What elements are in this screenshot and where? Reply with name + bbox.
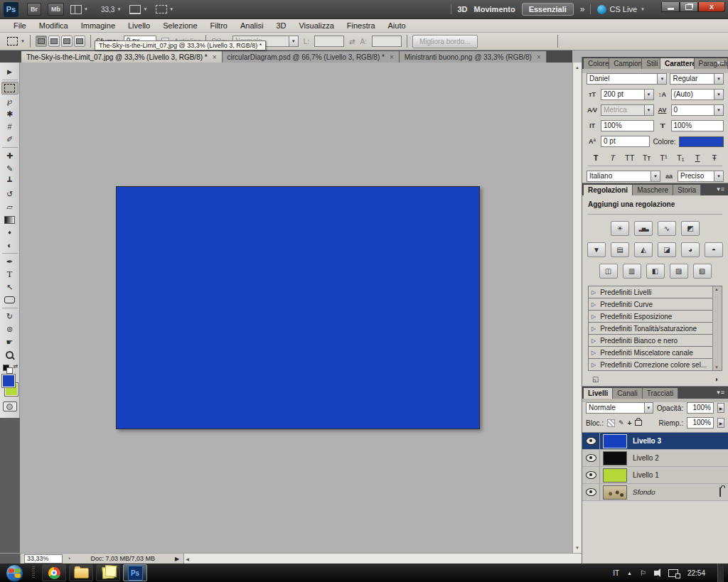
hand-tool[interactable]: ☛ [1, 335, 18, 348]
layer-thumbnail[interactable] [603, 434, 627, 448]
menu-3d[interactable]: 3D [269, 21, 292, 30]
lock-pixels-icon[interactable]: ✎ [619, 419, 624, 426]
panel-menu-icon[interactable]: ▾≡ [717, 59, 725, 66]
type-tool[interactable]: T [1, 268, 18, 281]
superscript-button[interactable]: T¹ [657, 153, 670, 162]
expand-triangle-icon[interactable]: ▷ [592, 313, 596, 320]
levels-button[interactable]: ▂▅▃ [634, 221, 653, 236]
scroll-down-icon[interactable]: ▼ [714, 365, 719, 370]
cs-live-button[interactable]: CS Live ▼ [597, 5, 645, 14]
brightness-contrast-button[interactable]: ☀ [611, 221, 629, 236]
layer-row-sfondo[interactable]: Sfondo [582, 484, 728, 501]
network-icon[interactable] [668, 569, 678, 577]
leading-select[interactable]: (Auto) ▼ [671, 89, 724, 100]
tab-canali[interactable]: Canali [613, 388, 642, 399]
fill-spinner-icon[interactable]: ▶ [717, 418, 724, 428]
menu-aiuto[interactable]: Aiuto [382, 21, 412, 30]
font-size-select[interactable]: 200 pt ▼ [601, 89, 654, 100]
brush-tool[interactable]: ✎ [1, 162, 18, 175]
close-button[interactable]: X [698, 2, 725, 12]
faux-bold-button[interactable]: T [589, 153, 602, 162]
tab-storia[interactable]: Storia [673, 185, 701, 195]
layer-row-livello2[interactable]: Livello 2 [582, 450, 728, 467]
gradient-map-button[interactable]: ▨ [670, 264, 688, 279]
fill-input[interactable]: 100% [687, 417, 714, 429]
tracking-select[interactable]: 0 ▼ [671, 104, 724, 116]
healing-brush-tool[interactable]: ✚ [1, 149, 18, 162]
workspace-movimento[interactable]: Movimento [474, 5, 515, 14]
scroll-up-icon[interactable]: ▲ [573, 63, 582, 72]
expand-triangle-icon[interactable]: ▷ [592, 325, 596, 332]
close-tab-icon[interactable]: × [213, 53, 217, 61]
bridge-button[interactable]: Br [27, 3, 41, 16]
taskbar-explorer-button[interactable] [69, 564, 93, 581]
photo-filter-button[interactable]: ◕ [681, 242, 700, 257]
exposure-button[interactable]: ◩ [681, 221, 700, 236]
curves-button[interactable]: ∿ [658, 221, 676, 236]
eraser-tool[interactable]: ▱ [1, 200, 18, 213]
layer-thumbnail[interactable] [603, 485, 627, 500]
invert-button[interactable]: ◫ [599, 264, 618, 279]
vibrance-button[interactable]: ▼ [587, 242, 606, 257]
horizontal-scale-input[interactable]: 100% [671, 120, 724, 131]
layer-name[interactable]: Livello 1 [633, 471, 659, 479]
preset-channel-mixer[interactable]: ▷Predefiniti Miscelatore canale [589, 347, 712, 359]
mini-bridge-button[interactable]: Mb [48, 3, 64, 16]
posterize-button[interactable]: ▥ [623, 264, 641, 279]
orbit-3d-tool[interactable]: ⊚ [1, 323, 18, 335]
close-tab-icon[interactable]: × [390, 53, 394, 61]
layer-row-livello1[interactable]: Livello 1 [582, 467, 728, 484]
hidden-icons-chevron[interactable]: ▲ [627, 571, 632, 576]
opacity-input[interactable]: 100% [687, 402, 714, 414]
height-input[interactable] [372, 36, 402, 47]
hue-saturation-button[interactable]: ▤ [611, 242, 629, 257]
scroll-down-icon[interactable]: ▼ [573, 544, 582, 552]
rotate-3d-tool[interactable]: ↻ [1, 310, 18, 323]
workspace-3d[interactable]: 3D [458, 5, 468, 14]
kerning-select[interactable]: Metrica ▼ [601, 104, 654, 116]
close-tab-icon[interactable]: × [537, 53, 541, 61]
taskbar-photoshop-button[interactable]: Ps [123, 564, 147, 581]
subscript-button[interactable]: T₁ [674, 153, 687, 162]
expand-triangle-icon[interactable]: ▷ [592, 350, 596, 356]
refine-edge-button[interactable]: Migliora bordo... [412, 35, 478, 48]
add-to-selection-button[interactable] [48, 36, 60, 47]
opacity-spinner-icon[interactable]: ▶ [717, 403, 724, 413]
minimize-button[interactable] [661, 2, 680, 12]
action-center-flag-icon[interactable]: ⚐ [640, 569, 646, 577]
antialias-select[interactable]: Preciso ▼ [678, 171, 724, 182]
show-desktop-button[interactable] [717, 564, 724, 582]
document-tab[interactable]: Ministranti buono.png @ 33,3% (RGB/8) × [400, 51, 547, 63]
baseline-shift-input[interactable]: 0 pt [601, 136, 650, 147]
tab-stili[interactable]: Stili [642, 58, 660, 69]
pen-tool[interactable]: ✒ [1, 255, 18, 268]
visibility-toggle[interactable] [582, 433, 600, 449]
presets-scrollbar[interactable]: ▲ ▼ [712, 286, 722, 370]
tab-carattere[interactable]: Carattere [660, 58, 695, 69]
menu-visualizza[interactable]: Visualizza [292, 21, 340, 30]
expand-triangle-icon[interactable]: ▷ [592, 301, 596, 308]
preset-exposure[interactable]: ▷Predefiniti Esposizione [589, 311, 712, 323]
tab-campioni[interactable]: Campioni [609, 58, 642, 69]
start-button[interactable] [6, 564, 23, 582]
panel-menu-icon[interactable]: ▾≡ [717, 185, 725, 193]
lasso-tool[interactable]: ℘ [1, 95, 18, 107]
rectangular-marquee-tool[interactable] [1, 82, 18, 95]
color-balance-button[interactable]: ◭ [634, 242, 653, 257]
layer-name[interactable]: Livello 3 [633, 437, 661, 445]
panel-menu-icon[interactable]: ▾≡ [717, 389, 725, 396]
lock-all-icon[interactable] [635, 420, 642, 426]
taskbar-notes-button[interactable] [96, 564, 120, 581]
menu-filtro[interactable]: Filtro [204, 21, 234, 30]
zoom-level-control[interactable]: 33,3 ▼ [101, 6, 121, 14]
clone-stamp-tool[interactable]: ┻ [1, 175, 18, 188]
foreground-color-swatch[interactable] [2, 374, 15, 387]
visibility-toggle[interactable] [582, 467, 600, 483]
lock-transparency-icon[interactable] [607, 419, 615, 427]
status-zoom-input[interactable]: 33,33% [24, 554, 63, 564]
blend-mode-select[interactable]: Normale ▼ [586, 402, 653, 414]
preset-black-white[interactable]: ▷Predefiniti Bianco e nero [589, 335, 712, 347]
scroll-up-icon[interactable]: ▲ [714, 287, 719, 291]
rounded-rectangle-tool[interactable] [1, 293, 18, 306]
swap-colors-icon[interactable]: ⇄ [14, 363, 18, 370]
